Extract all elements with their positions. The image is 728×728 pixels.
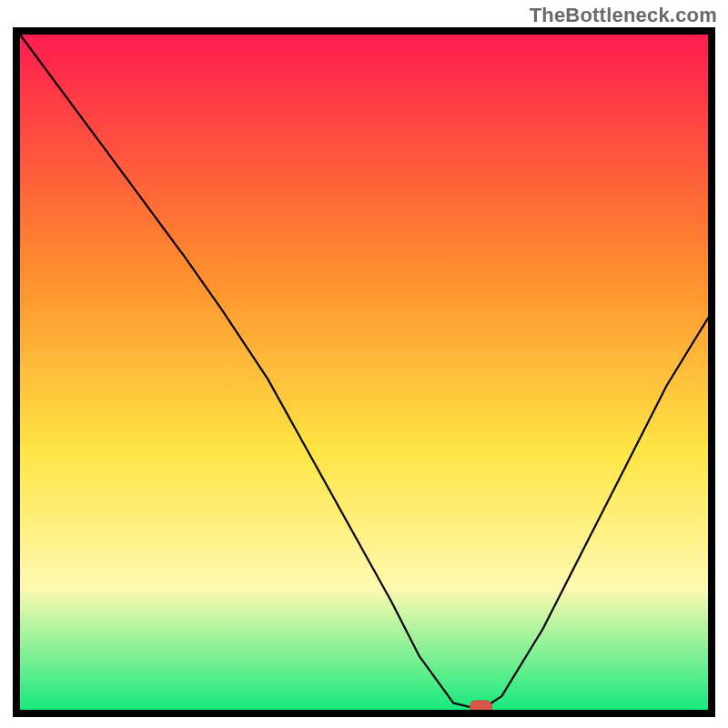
x-axis	[13, 710, 715, 717]
chart-container: TheBottleneck.com	[0, 0, 728, 728]
chart-svg	[13, 27, 715, 717]
chart-frame	[13, 27, 715, 717]
plot-background	[20, 31, 708, 710]
top-frame	[13, 27, 715, 35]
watermark-text: TheBottleneck.com	[530, 4, 717, 27]
y-axis	[13, 27, 20, 717]
right-frame	[708, 27, 715, 717]
